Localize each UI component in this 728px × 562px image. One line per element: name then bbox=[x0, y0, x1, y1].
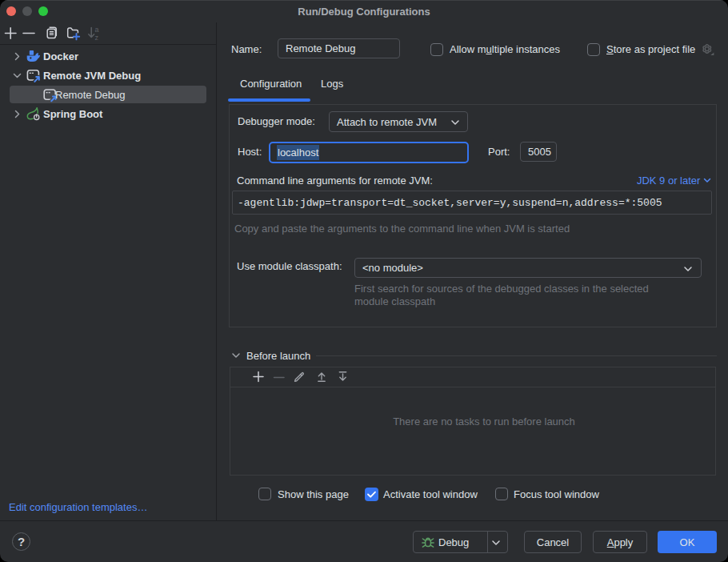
svg-text:z: z bbox=[95, 34, 99, 42]
svg-text:a: a bbox=[95, 26, 99, 34]
